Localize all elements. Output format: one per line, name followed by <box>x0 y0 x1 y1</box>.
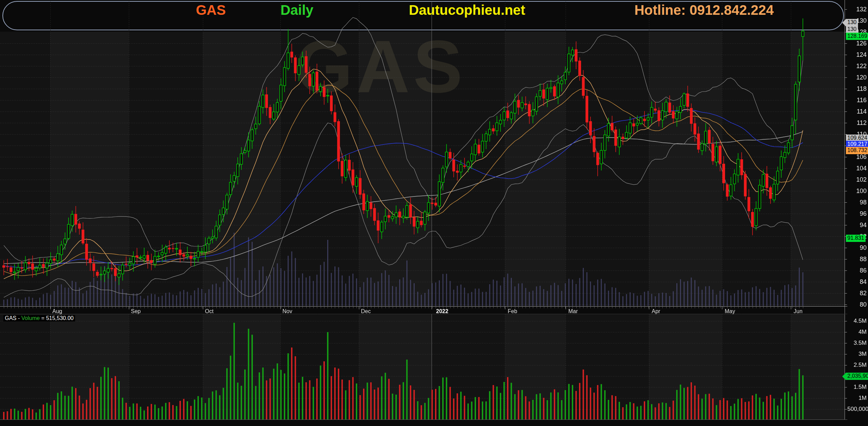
price-axis-tick-label: 106 <box>848 153 867 161</box>
time-axis-month-label: Oct <box>205 308 214 315</box>
ma20-label: 108.732 <box>846 147 868 154</box>
time-axis-month-label: Jun <box>794 308 803 315</box>
time-axis-month-label: Aug <box>52 308 62 315</box>
volume-title-sep: - <box>17 315 21 321</box>
last-volume-label: 2,035,900 <box>846 373 868 380</box>
last-close-label: 128.169 <box>846 33 868 40</box>
price-axis-tick-label: 104 <box>848 165 867 172</box>
volume-axis-tick-label: 3.5M <box>847 340 867 347</box>
volume-axis-tick-label: 4.5M <box>847 318 867 324</box>
price-axis-tick-label: 124 <box>848 51 867 58</box>
price-axis-tick-label: 132 <box>848 6 867 13</box>
price-axis-tick-label: 90 <box>848 244 867 252</box>
chart-window: GAS GAS Daily Dautucophieu.net Hotline: … <box>0 0 868 426</box>
volume-title-symbol: GAS <box>5 315 17 321</box>
price-axis-tick-label: 96 <box>848 210 867 217</box>
price-axis-tick-label: 80 <box>848 301 867 308</box>
price-axis-tick-label: 126 <box>848 40 867 47</box>
time-axis-month-label: Dec <box>361 308 371 315</box>
price-axis-tick-label: 118 <box>848 85 867 93</box>
price-axis-tick-label: 112 <box>848 119 867 127</box>
band-upper-label: 130 <box>846 26 858 33</box>
price-axis-tick-label: 102 <box>848 176 867 183</box>
volume-axis-tick-label: 1M <box>847 395 867 402</box>
time-axis-month-label: Apr <box>652 308 660 315</box>
price-axis-tick-label: 114 <box>848 108 867 115</box>
price-axis-tick-label: 88 <box>848 256 867 263</box>
price-volume-chart-canvas[interactable] <box>0 0 868 426</box>
time-axis-month-label: Sep <box>131 308 141 315</box>
volume-axis-tick-label: 500,000 <box>847 406 867 413</box>
price-axis-tick-label: 100 <box>848 188 867 195</box>
volume-pane-title: GAS - Volume = 515,530.00 <box>3 315 75 321</box>
volume-axis-tick-label: 1.5M <box>847 384 867 391</box>
price-axis-tick-label: 122 <box>848 63 867 70</box>
last-high-label: 130 <box>846 19 858 26</box>
volume-title-value: = 515,530.00 <box>40 315 73 321</box>
price-axis-tick-label: 86 <box>848 267 867 274</box>
price-axis-tick-label: 98 <box>848 199 867 206</box>
time-axis-month-label: May <box>725 308 735 315</box>
price-axis-tick-label: 120 <box>848 74 867 81</box>
time-axis-month-label: 2022 <box>436 308 448 315</box>
axis-marker-arrow-icon <box>842 373 846 380</box>
volume-axis-tick-label: 2.5M <box>847 362 867 369</box>
time-axis-month-label: Mar <box>568 308 578 315</box>
price-axis-tick-label: 116 <box>848 97 867 104</box>
band-lower-label: 91.831 <box>846 235 866 242</box>
volume-title-indicator: Volume <box>21 315 40 321</box>
volume-axis-tick-label: 4M <box>847 329 867 336</box>
volume-axis-tick-label: 3M <box>847 351 867 358</box>
axis-marker-arrow-icon <box>842 19 846 26</box>
price-axis-tick-label: 82 <box>848 290 867 297</box>
price-axis-tick-label: 84 <box>848 278 867 286</box>
time-axis-month-label: Nov <box>282 308 292 315</box>
price-axis-tick-label: 94 <box>848 222 867 229</box>
time-axis-month-label: Feb <box>508 308 517 315</box>
